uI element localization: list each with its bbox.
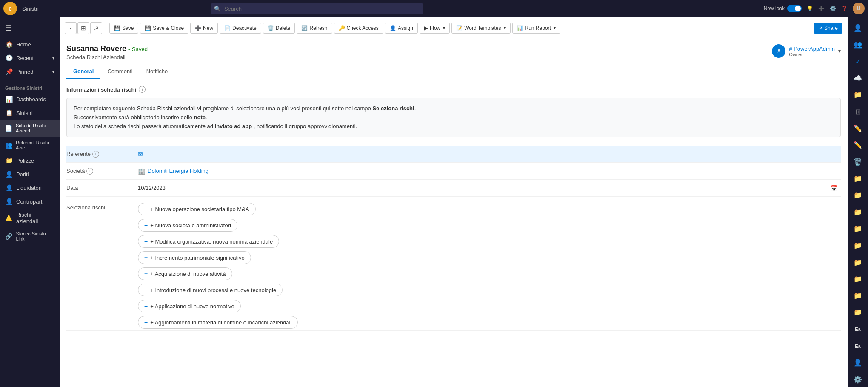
help-icon[interactable]: ❓ (841, 6, 848, 11)
right-panel-edit1-icon[interactable]: ✏️ (850, 121, 865, 136)
sidebar-item-pinned[interactable]: 📌 Pinned ▾ (0, 65, 60, 78)
right-panel-folder8-icon[interactable]: 📁 (850, 272, 865, 287)
right-panel-folder5-icon[interactable]: 📁 (850, 221, 865, 236)
right-panel-folder1-icon[interactable]: 📁 (850, 87, 865, 102)
risk-chip-2[interactable]: + + Modifica organizzativa, nuova nomina… (138, 235, 279, 248)
right-panel-settings-gear-icon[interactable]: ⚙️ (850, 372, 865, 387)
value-data[interactable]: 10/12/2023 📅 (134, 182, 841, 194)
record-title: Susanna Rovere - Saved (66, 44, 148, 53)
record-title-row: Susanna Rovere - Saved Scheda Rischi Azi… (66, 44, 841, 60)
right-panel-ea1-label[interactable]: Ea (850, 322, 865, 337)
label-data: Data (66, 181, 134, 195)
info-line-1: Per completare seguente Scheda Rischi az… (74, 104, 834, 113)
plus-icon-1: + (144, 222, 148, 229)
risk-chip-4[interactable]: + + Acquisizione di nuove attività (138, 267, 232, 280)
right-panel-admin-icon[interactable]: 👤 (850, 355, 865, 370)
plus-icon-0: + (144, 206, 148, 212)
search-input[interactable] (211, 3, 423, 14)
right-panel-ea2-label[interactable]: Ea (850, 338, 865, 353)
assign-button[interactable]: 👤 Assign (385, 23, 418, 34)
app-logo[interactable]: e (3, 2, 17, 15)
date-value: 10/12/2023 (138, 185, 166, 191)
delete-button[interactable]: 🗑️ Delete (263, 23, 295, 34)
right-panel-user-icon[interactable]: 👤 (850, 20, 865, 35)
breadcrumb-button[interactable]: ⊞ (77, 22, 89, 34)
tab-general[interactable]: General (66, 65, 100, 79)
tab-notifiche[interactable]: Notifiche (140, 65, 175, 79)
tabs: General Commenti Notifiche (66, 65, 841, 79)
sidebar-item-liquidatori[interactable]: 👤 Liquidatori (0, 181, 60, 195)
word-templates-button[interactable]: 📝 Word Templates ▾ (451, 23, 510, 34)
societa-link[interactable]: Dolomiti Energia Holding (148, 168, 208, 174)
sidebar-item-schede-rischi[interactable]: 📄 Schede Rischi Aziend... (0, 120, 60, 137)
sidebar-item-home[interactable]: 🏠 Home (0, 37, 60, 51)
right-panel-folder10-icon[interactable]: 📁 (850, 305, 865, 320)
risk-chip-5[interactable]: + + Introduzione di nuovi processi e nuo… (138, 284, 283, 296)
plus-icon[interactable]: ➕ (818, 6, 825, 11)
right-panel-folder6-icon[interactable]: 📁 (850, 238, 865, 253)
plus-icon-4: + (144, 270, 148, 277)
sidebar-section-label: Gestione Sinistri (0, 82, 60, 92)
societa-info-icon: i (86, 168, 93, 175)
deactivate-button[interactable]: 📄 Deactivate (220, 23, 261, 34)
new-look-switch[interactable] (787, 5, 802, 12)
record-subtitle: Scheda Rischi Aziendali (66, 54, 148, 60)
report-dropdown-icon: ▾ (554, 26, 556, 30)
pinned-chevron-icon: ▾ (52, 69, 54, 74)
user-avatar[interactable]: U (853, 3, 865, 14)
assign-icon: 👤 (390, 25, 396, 31)
right-panel-folder3-icon[interactable]: 📁 (850, 188, 865, 203)
sidebar-item-controparti[interactable]: 👤 Controparti (0, 195, 60, 208)
polizze-icon: 📁 (5, 157, 13, 164)
right-panel: 👤 👥 ✓ ☁️ 📁 ⊞ ✏️ ✏️ 🗑️ 📁 📁 📁 📁 📁 📁 📁 📁 📁 … (848, 0, 868, 387)
refresh-button[interactable]: 🔄 Refresh (297, 23, 332, 34)
flow-button[interactable]: ▶ Flow ▾ (420, 23, 450, 34)
back-button[interactable]: ‹ (65, 22, 77, 34)
home-icon: 🏠 (5, 41, 13, 48)
referente-input[interactable] (146, 151, 837, 157)
right-panel-people-icon[interactable]: 👥 (850, 37, 865, 52)
tab-commenti[interactable]: Commenti (100, 65, 139, 79)
lightbulb-icon[interactable]: 💡 (807, 6, 813, 11)
sidebar-item-sinistri[interactable]: 📋 Sinistri (0, 106, 60, 120)
right-panel-folder7-icon[interactable]: 📁 (850, 255, 865, 269)
section-info-icon: i (139, 86, 146, 93)
right-panel-edit2-icon[interactable]: ✏️ (850, 138, 865, 152)
risk-chip-7[interactable]: + + Aggiornamenti in materia di nomine e… (138, 316, 298, 329)
share-button[interactable]: ↗ Share (814, 23, 842, 34)
calendar-icon[interactable]: 📅 (830, 185, 837, 192)
right-panel-check-icon[interactable]: ✓ (850, 54, 865, 69)
toolbar: ‹ ⊞ ↗ 💾 Save 💾 Save & Close ➕ New 📄 Deac… (60, 17, 848, 39)
risk-chip-0[interactable]: + + Nuova operazione societaria tipo M&A (138, 203, 256, 215)
risk-chip-6[interactable]: + + Applicazione di nuove normative (138, 300, 241, 312)
sidebar-item-rischi[interactable]: ⚠️ Rischi aziendali (0, 208, 60, 228)
sidebar-item-referenti[interactable]: 👥 Referenti Rischi Azie... (0, 137, 60, 154)
run-report-button[interactable]: 📊 Run Report ▾ (512, 23, 560, 34)
right-panel-folder2-icon[interactable]: 📁 (850, 171, 865, 186)
right-panel-grid-icon[interactable]: ⊞ (850, 104, 865, 119)
owner-chevron-icon[interactable]: ▾ (838, 48, 841, 54)
right-panel-folder9-icon[interactable]: 📁 (850, 288, 865, 303)
right-panel-cloud-icon[interactable]: ☁️ (850, 71, 865, 86)
hamburger-button[interactable]: ☰ (0, 20, 17, 36)
risk-chip-1[interactable]: + + Nuova società e amministratori (138, 219, 237, 232)
new-button[interactable]: ➕ New (190, 23, 218, 34)
plus-icon-5: + (144, 287, 148, 293)
recent-icon: 🕐 (5, 54, 13, 61)
sidebar-item-polizze[interactable]: 📁 Polizze (0, 154, 60, 167)
owner-name[interactable]: # PowerAppAdmin (789, 46, 835, 52)
sidebar-item-dashboards[interactable]: 📊 Dashboards (0, 92, 60, 106)
forward-button[interactable]: ↗ (90, 22, 102, 34)
save-button[interactable]: 💾 Save (109, 23, 138, 34)
settings-icon[interactable]: ⚙️ (830, 6, 836, 11)
sidebar-item-periti[interactable]: 👤 Periti (0, 167, 60, 181)
risk-chip-3[interactable]: + + Incremento patrimoniale significativ… (138, 251, 251, 264)
value-referente[interactable]: ✉ (134, 148, 841, 160)
right-panel-trash-icon[interactable]: 🗑️ (850, 155, 865, 169)
sidebar-item-storico[interactable]: 🔗 Storico Sinistri Link (0, 228, 60, 245)
search-icon: 🔍 (214, 6, 221, 12)
right-panel-folder4-icon[interactable]: 📁 (850, 204, 865, 219)
save-close-button[interactable]: 💾 Save & Close (140, 23, 188, 34)
sidebar-item-recent[interactable]: 🕐 Recent ▾ (0, 51, 60, 65)
check-access-button[interactable]: 🔑 Check Access (334, 23, 383, 34)
